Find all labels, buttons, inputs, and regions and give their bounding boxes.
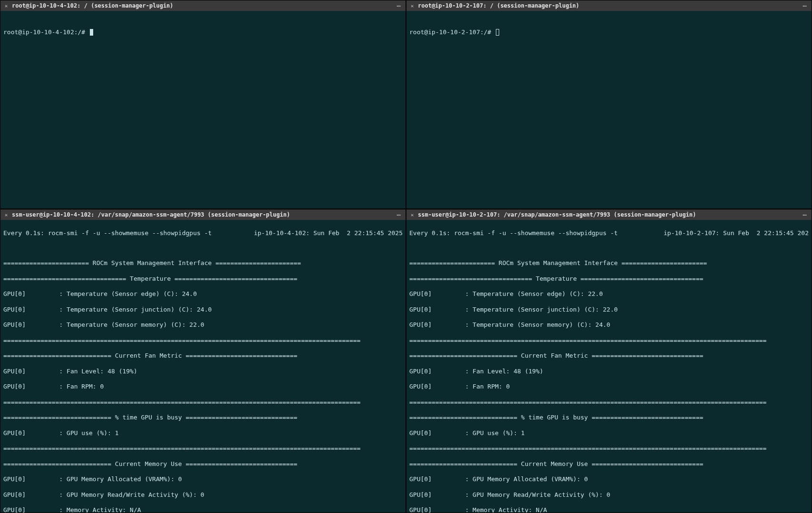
mem-header: ============================= Current Me… [3, 460, 403, 468]
prompt-text: root@ip-10-10-2-107:/# [409, 28, 495, 36]
rule: ========================================… [3, 399, 403, 406]
pane-top-right[interactable]: ✕ root@ip-10-10-2-107: / (session-manage… [406, 0, 812, 209]
titlebar-bl: ✕ ssm-user@ip-10-10-4-102: /var/snap/ama… [0, 209, 406, 220]
fan-level: GPU[0] : Fan Level: 48 (19%) [409, 368, 809, 375]
pane-title: ssm-user@ip-10-10-2-107: /var/snap/amazo… [418, 211, 798, 218]
pane-bottom-left[interactable]: ✕ ssm-user@ip-10-10-4-102: /var/snap/ama… [0, 209, 406, 513]
gpu-use: GPU[0] : GPU use (%): 1 [409, 429, 809, 437]
temp-header: ================================= Temper… [409, 275, 809, 283]
watch-host-time: ip-10-10-4-102: Sun Feb 2 22:15:45 2025 [254, 229, 403, 237]
watch-cmd: Every 0.1s: rocm-smi -f -u --showmemuse … [409, 229, 618, 237]
rule: ========================================… [409, 337, 809, 344]
mem-activity: GPU[0] : Memory Activity: N/A [409, 506, 809, 513]
rule: ========================================… [409, 399, 809, 406]
busy-header: ============================= % time GPU… [409, 414, 809, 421]
pane-bottom-right[interactable]: ✕ ssm-user@ip-10-10-2-107: /var/snap/ama… [406, 209, 812, 513]
tmux-grid: ✕ root@ip-10-10-4-102: / (session-manage… [0, 0, 812, 513]
temp-memory: GPU[0] : Temperature (Sensor memory) (C)… [3, 321, 403, 329]
mem-rw: GPU[0] : GPU Memory Read/Write Activity … [3, 491, 403, 499]
watch-header: Every 0.1s: rocm-smi -f -u --showmemuse … [409, 229, 809, 237]
menu-icon[interactable]: ⋯ [801, 2, 809, 10]
menu-icon[interactable]: ⋯ [801, 211, 809, 218]
mem-activity: GPU[0] : Memory Activity: N/A [3, 506, 403, 513]
temp-memory: GPU[0] : Temperature (Sensor memory) (C)… [409, 321, 809, 329]
menu-icon[interactable]: ⋯ [395, 2, 403, 10]
watch-header: Every 0.1s: rocm-smi -f -u --showmemuse … [3, 229, 403, 237]
pane-top-left[interactable]: ✕ root@ip-10-10-4-102: / (session-manage… [0, 0, 406, 209]
rule: ========================================… [409, 445, 809, 452]
mem-header: ============================= Current Me… [409, 460, 809, 468]
rule: ========================================… [3, 337, 403, 344]
temp-edge: GPU[0] : Temperature (Sensor edge) (C): … [3, 290, 403, 298]
fan-header: ============================= Current Fa… [3, 352, 403, 360]
titlebar-br: ✕ ssm-user@ip-10-10-2-107: /var/snap/ama… [406, 209, 812, 220]
terminal-body-br[interactable]: Every 0.1s: rocm-smi -f -u --showmemuse … [406, 220, 812, 513]
mem-alloc: GPU[0] : GPU Memory Allocated (VRAM%): 0 [409, 475, 809, 483]
rocm-header: ======================= ROCm System Mana… [409, 259, 809, 267]
prompt-text: root@ip-10-10-4-102:/# [3, 28, 89, 36]
rocm-output: ======================= ROCm System Mana… [3, 252, 403, 513]
fan-rpm: GPU[0] : Fan RPM: 0 [3, 383, 403, 390]
gpu-use: GPU[0] : GPU use (%): 1 [3, 429, 403, 437]
close-icon[interactable]: ✕ [409, 212, 415, 218]
close-icon[interactable]: ✕ [3, 3, 9, 9]
close-icon[interactable]: ✕ [409, 3, 415, 9]
temp-junction: GPU[0] : Temperature (Sensor junction) (… [409, 306, 809, 314]
busy-header: ============================= % time GPU… [3, 414, 403, 421]
fan-header: ============================= Current Fa… [409, 352, 809, 360]
watch-cmd: Every 0.1s: rocm-smi -f -u --showmemuse … [3, 229, 212, 237]
pane-title: root@ip-10-10-4-102: / (session-manager-… [12, 2, 392, 9]
mem-alloc: GPU[0] : GPU Memory Allocated (VRAM%): 0 [3, 475, 403, 483]
close-icon[interactable]: ✕ [3, 212, 9, 218]
terminal-body-tl[interactable]: root@ip-10-10-4-102:/# [0, 11, 406, 209]
cursor-hollow [496, 29, 499, 36]
temp-edge: GPU[0] : Temperature (Sensor edge) (C): … [409, 290, 809, 298]
mem-rw: GPU[0] : GPU Memory Read/Write Activity … [409, 491, 809, 499]
shell-prompt: root@ip-10-10-4-102:/# [3, 28, 403, 36]
titlebar-tr: ✕ root@ip-10-10-2-107: / (session-manage… [406, 0, 812, 11]
cursor-block [90, 29, 93, 36]
temp-junction: GPU[0] : Temperature (Sensor junction) (… [3, 306, 403, 314]
shell-prompt: root@ip-10-10-2-107:/# [409, 28, 809, 36]
terminal-body-bl[interactable]: Every 0.1s: rocm-smi -f -u --showmemuse … [0, 220, 406, 513]
pane-title: root@ip-10-10-2-107: / (session-manager-… [418, 2, 798, 9]
rocm-header: ======================= ROCm System Mana… [3, 259, 403, 267]
fan-rpm: GPU[0] : Fan RPM: 0 [409, 383, 809, 390]
terminal-body-tr[interactable]: root@ip-10-10-2-107:/# [406, 11, 812, 209]
fan-level: GPU[0] : Fan Level: 48 (19%) [3, 368, 403, 375]
menu-icon[interactable]: ⋯ [395, 211, 403, 218]
watch-host-time: ip-10-10-2-107: Sun Feb 2 22:15:45 202 [664, 229, 809, 237]
rocm-output: ======================= ROCm System Mana… [409, 252, 809, 513]
rule: ========================================… [3, 445, 403, 452]
temp-header: ================================= Temper… [3, 275, 403, 283]
pane-title: ssm-user@ip-10-10-4-102: /var/snap/amazo… [12, 211, 392, 218]
titlebar-tl: ✕ root@ip-10-10-4-102: / (session-manage… [0, 0, 406, 11]
